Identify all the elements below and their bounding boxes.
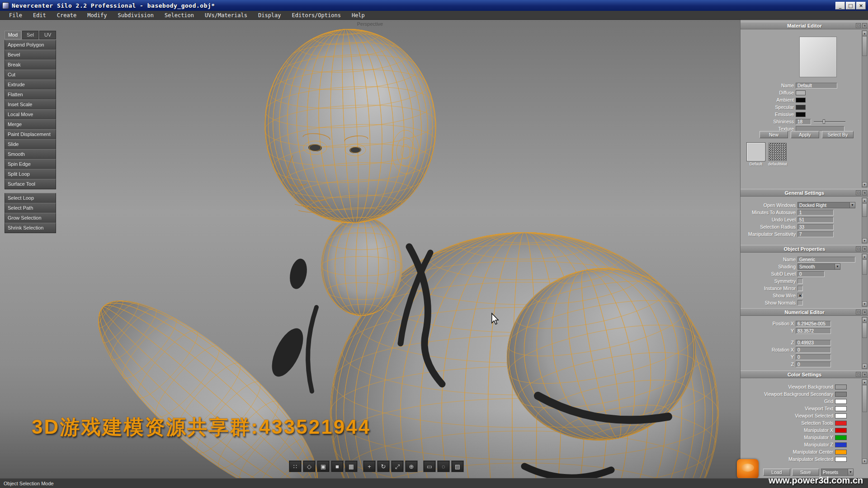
open-windows-dropdown[interactable]: Docked Right ▼ [797,202,855,208]
tool-button[interactable]: Extrude [5,80,56,90]
color-swatch[interactable] [796,105,806,110]
menu-item[interactable]: Subdivision [113,11,159,20]
scroll-down-icon[interactable]: ▼ [862,459,867,464]
tool-button[interactable]: Flatten [5,89,56,100]
color-settings-titlebar[interactable]: Color Settings □× [741,371,868,378]
minimize-button[interactable]: _ [835,2,845,9]
tab-sel[interactable]: Sel [22,31,39,39]
material-editor-titlebar[interactable]: Material Editor □× [741,22,868,29]
shininess-slider-thumb[interactable] [823,119,825,124]
color-swatch[interactable] [835,450,847,455]
tab-mod[interactable]: Mod [5,31,21,39]
tool-button[interactable]: Merge [5,119,56,130]
menu-item[interactable]: Create [52,11,82,20]
color-swatch[interactable] [835,435,847,440]
show-wire-checkbox[interactable]: × [797,293,803,298]
scroll-up-icon[interactable]: ▲ [862,31,867,36]
tool-button[interactable]: Surface Tool [5,179,56,189]
shininess-slider[interactable] [814,121,845,122]
new-material-button[interactable]: New [760,131,788,138]
scrollbar[interactable]: ▲ ▼ [862,197,868,244]
panel-dock-icon[interactable]: □ [856,310,861,314]
selection-tool-button[interactable]: Shrink Selection [5,223,56,233]
paint-select-button[interactable]: ▨ [452,461,463,472]
autosave-field[interactable]: 1 [797,210,834,216]
material-thumb-defaultmat[interactable] [769,143,787,161]
panel-close-icon[interactable]: × [862,190,867,195]
color-swatch[interactable] [835,392,847,397]
manipulator-sensitivity-field[interactable]: 7 [797,231,834,237]
shading-dropdown[interactable]: Smooth ▼ [797,263,840,270]
panel-dock-icon[interactable]: □ [856,23,861,28]
color-swatch[interactable] [835,406,847,411]
panel-close-icon[interactable]: × [862,23,867,28]
subd-level-field[interactable]: 0 [797,271,825,277]
scrollbar[interactable]: ▲ ▼ [862,253,868,307]
scrollbar[interactable]: ▲ ▼ [862,30,868,188]
selection-tool-button[interactable]: Grow Selection [5,213,56,223]
tool-button[interactable]: Smooth [5,149,56,160]
selection-tool-button[interactable]: Select Loop [5,193,56,203]
coordinate-field[interactable]: 0 [796,361,831,367]
color-swatch[interactable] [835,399,847,404]
tool-button[interactable]: Split Loop [5,169,56,179]
symmetry-checkbox[interactable] [797,278,803,284]
coordinate-field[interactable]: 6.29425e-005 [796,321,831,327]
numerical-editor-titlebar[interactable]: Numerical Editor □× [741,308,868,316]
color-swatch[interactable] [796,90,806,95]
scrollbar[interactable]: ▲ ▼ [862,379,868,464]
dropdown-arrow-icon[interactable]: ▼ [849,202,855,208]
scroll-down-icon[interactable]: ▼ [862,364,867,369]
menu-item[interactable]: UVs/Materials [199,11,253,20]
tool-button[interactable]: Inset Scale [5,99,56,110]
move-tool-button[interactable]: + [363,461,375,472]
scroll-thumb[interactable] [862,385,867,412]
scroll-down-icon[interactable]: ▼ [862,238,867,243]
coordinate-field[interactable]: 83.3572 [796,328,831,334]
panel-close-icon[interactable]: × [862,246,867,251]
coordinate-field[interactable]: 0 [796,354,831,360]
apply-material-button[interactable]: Apply [791,131,819,138]
tool-button[interactable]: Slide [5,139,56,150]
viewport-canvas[interactable] [0,20,740,478]
menu-item[interactable]: Modify [82,11,112,20]
tool-button[interactable]: Bevel [5,50,56,60]
scroll-thumb[interactable] [862,36,867,56]
tool-button[interactable]: Spin Edge [5,159,56,169]
panel-dock-icon[interactable]: □ [856,372,861,377]
tool-button[interactable]: Append Polygon [5,40,56,50]
scroll-down-icon[interactable]: ▼ [862,301,867,306]
color-swatch[interactable] [835,385,847,389]
dropdown-arrow-icon[interactable]: ▼ [848,469,853,475]
panel-close-icon[interactable]: × [862,310,867,314]
menu-item[interactable]: File [4,11,28,20]
color-swatch[interactable] [796,112,806,117]
tool-button[interactable]: Cut [5,70,56,80]
scroll-up-icon[interactable]: ▲ [862,254,867,259]
scroll-thumb[interactable] [862,259,867,275]
selection-radius-field[interactable]: 33 [797,224,834,230]
selection-tool-button[interactable]: Select Path [5,203,56,213]
viewport-3d[interactable]: Perspective 3D游戏建模资源共享群:433521944 ∷◇▣■▦ … [0,20,740,478]
menu-item[interactable]: Help [346,11,370,20]
show-normals-checkbox[interactable] [797,300,803,305]
scroll-up-icon[interactable]: ▲ [862,380,867,385]
shininess-field[interactable]: 18 [796,119,811,125]
panel-dock-icon[interactable]: □ [856,246,861,251]
maximize-button[interactable]: □ [846,2,855,9]
material-name-field[interactable]: Default [796,83,837,89]
face-mode-button[interactable]: ▣ [317,461,329,472]
multi-mode-button[interactable]: ▦ [345,461,357,472]
menu-item[interactable]: Editors/Options [287,11,346,20]
object-properties-titlebar[interactable]: Object Properties □× [741,245,868,253]
undo-level-field[interactable]: 51 [797,217,834,223]
color-swatch[interactable] [835,442,847,447]
tool-button[interactable]: Break [5,60,56,70]
menu-item[interactable]: Selection [159,11,199,20]
vertex-mode-button[interactable]: ∷ [289,461,301,472]
panel-dock-icon[interactable]: □ [856,190,861,195]
color-swatch[interactable] [835,413,847,418]
scroll-thumb[interactable] [862,203,867,217]
color-swatch[interactable] [796,98,806,103]
instance-mirror-checkbox[interactable] [797,286,803,291]
